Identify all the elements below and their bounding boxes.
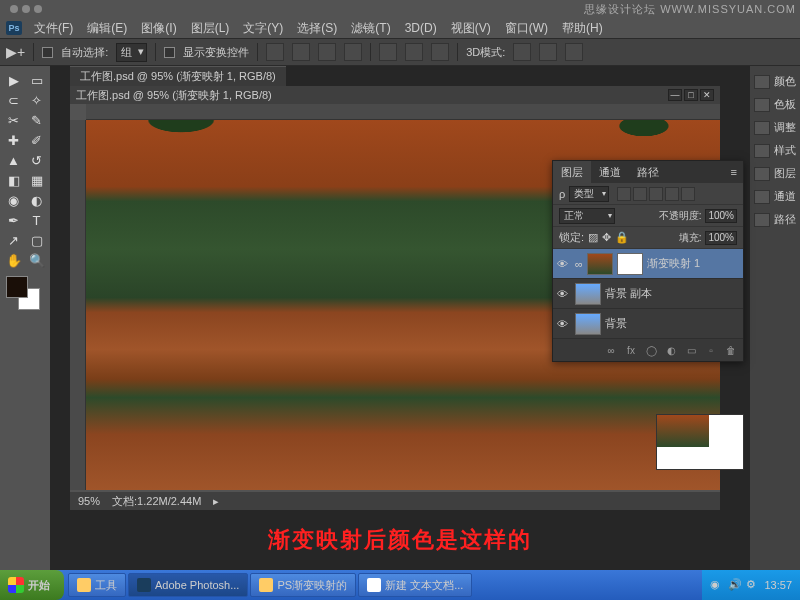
3d-icon[interactable] — [565, 43, 583, 61]
layer-row[interactable]: 👁 ∞ 渐变映射 1 — [553, 249, 743, 279]
history-brush-tool[interactable]: ↺ — [25, 150, 48, 170]
visibility-icon[interactable]: 👁 — [557, 258, 571, 270]
layer-mask[interactable] — [617, 253, 643, 275]
layer-name[interactable]: 背景 副本 — [605, 286, 652, 301]
blur-tool[interactable]: ◉ — [2, 190, 25, 210]
heal-tool[interactable]: ✚ — [2, 130, 25, 150]
new-layer-icon[interactable]: ▫ — [703, 343, 719, 357]
fill-value[interactable]: 100% — [705, 231, 737, 245]
tab-paths[interactable]: 路径 — [629, 161, 667, 183]
lock-pixels-icon[interactable]: ▨ — [588, 231, 598, 244]
taskbar-item[interactable]: 工具 — [68, 573, 126, 597]
tray-icon[interactable]: ⚙ — [746, 578, 760, 592]
window-controls[interactable] — [10, 5, 42, 13]
3d-icon[interactable] — [513, 43, 531, 61]
panel-layers[interactable]: 图层 — [752, 162, 798, 185]
auto-select-dropdown[interactable]: 组 — [116, 43, 147, 62]
path-tool[interactable]: ↗ — [2, 230, 25, 250]
color-swatch[interactable] — [6, 276, 40, 310]
filter-kind-dropdown[interactable]: 类型 — [569, 186, 609, 202]
menu-type[interactable]: 文字(Y) — [237, 18, 289, 39]
gradient-tool[interactable]: ▦ — [25, 170, 48, 190]
link-layers-icon[interactable]: ∞ — [603, 343, 619, 357]
filter-adjust-icon[interactable] — [633, 187, 647, 201]
align-icon[interactable] — [266, 43, 284, 61]
panel-adjustments[interactable]: 调整 — [752, 116, 798, 139]
menu-edit[interactable]: 编辑(E) — [81, 18, 133, 39]
start-button[interactable]: 开始 — [0, 570, 64, 600]
auto-select-checkbox[interactable] — [42, 47, 53, 58]
group-icon[interactable]: ▭ — [683, 343, 699, 357]
status-arrow-icon[interactable]: ▸ — [213, 495, 219, 508]
3d-icon[interactable] — [539, 43, 557, 61]
dodge-tool[interactable]: ◐ — [25, 190, 48, 210]
taskbar-item[interactable]: Adobe Photosh... — [128, 573, 248, 597]
blend-mode-dropdown[interactable]: 正常 — [559, 208, 615, 224]
marquee-tool[interactable]: ▭ — [25, 70, 48, 90]
visibility-icon[interactable]: 👁 — [557, 318, 571, 330]
taskbar-item[interactable]: 新建 文本文档... — [358, 573, 472, 597]
menu-file[interactable]: 文件(F) — [28, 18, 79, 39]
menu-image[interactable]: 图像(I) — [135, 18, 182, 39]
hand-tool[interactable]: ✋ — [2, 250, 25, 270]
wand-tool[interactable]: ✧ — [25, 90, 48, 110]
minimize-icon[interactable]: — — [668, 89, 682, 101]
distribute-icon[interactable] — [431, 43, 449, 61]
menu-filter[interactable]: 滤镜(T) — [345, 18, 396, 39]
filter-pixel-icon[interactable] — [617, 187, 631, 201]
eraser-tool[interactable]: ◧ — [2, 170, 25, 190]
panel-swatches[interactable]: 色板 — [752, 93, 798, 116]
lock-position-icon[interactable]: ✥ — [602, 231, 611, 244]
document-tab[interactable]: 工作图.psd @ 95% (渐变映射 1, RGB/8) — [70, 66, 286, 86]
shape-tool[interactable]: ▢ — [25, 230, 48, 250]
distribute-icon[interactable] — [379, 43, 397, 61]
filter-shape-icon[interactable] — [665, 187, 679, 201]
panel-paths[interactable]: 路径 — [752, 208, 798, 231]
stamp-tool[interactable]: ▲ — [2, 150, 25, 170]
mask-icon[interactable]: ◯ — [643, 343, 659, 357]
show-transform-checkbox[interactable] — [164, 47, 175, 58]
panel-styles[interactable]: 样式 — [752, 139, 798, 162]
menu-view[interactable]: 视图(V) — [445, 18, 497, 39]
eyedropper-tool[interactable]: ✎ — [25, 110, 48, 130]
lasso-tool[interactable]: ⊂ — [2, 90, 25, 110]
layer-thumb[interactable] — [575, 313, 601, 335]
menu-3d[interactable]: 3D(D) — [399, 19, 443, 37]
clock[interactable]: 13:57 — [764, 579, 792, 591]
filter-kind-icon[interactable]: ρ — [559, 188, 565, 200]
fx-icon[interactable]: fx — [623, 343, 639, 357]
zoom-level[interactable]: 95% — [78, 495, 100, 507]
panel-channels[interactable]: 通道 — [752, 185, 798, 208]
lock-all-icon[interactable]: 🔒 — [615, 231, 629, 244]
align-icon[interactable] — [318, 43, 336, 61]
adjustment-icon[interactable]: ◐ — [663, 343, 679, 357]
panel-color[interactable]: 颜色 — [752, 70, 798, 93]
layer-name[interactable]: 背景 — [605, 316, 627, 331]
crop-tool[interactable]: ✂ — [2, 110, 25, 130]
layer-name[interactable]: 渐变映射 1 — [647, 256, 700, 271]
tab-channels[interactable]: 通道 — [591, 161, 629, 183]
close-icon[interactable]: ✕ — [700, 89, 714, 101]
filter-smart-icon[interactable] — [681, 187, 695, 201]
tray-icon[interactable]: ◉ — [710, 578, 724, 592]
panel-menu-icon[interactable]: ≡ — [725, 166, 743, 178]
pen-tool[interactable]: ✒ — [2, 210, 25, 230]
taskbar-item[interactable]: PS渐变映射的 — [250, 573, 356, 597]
menu-layer[interactable]: 图层(L) — [185, 18, 236, 39]
maximize-icon[interactable]: □ — [684, 89, 698, 101]
align-icon[interactable] — [344, 43, 362, 61]
layer-thumb[interactable] — [575, 283, 601, 305]
delete-icon[interactable]: 🗑 — [723, 343, 739, 357]
foreground-color[interactable] — [6, 276, 28, 298]
opacity-value[interactable]: 100% — [705, 209, 737, 223]
type-tool[interactable]: T — [25, 210, 48, 230]
menu-window[interactable]: 窗口(W) — [499, 18, 554, 39]
link-icon[interactable]: ∞ — [575, 258, 583, 270]
tray-icon[interactable]: 🔊 — [728, 578, 742, 592]
menu-select[interactable]: 选择(S) — [291, 18, 343, 39]
tab-layers[interactable]: 图层 — [553, 161, 591, 183]
system-tray[interactable]: ◉ 🔊 ⚙ 13:57 — [702, 570, 800, 600]
move-tool[interactable]: ▶ — [2, 70, 25, 90]
filter-type-icon[interactable] — [649, 187, 663, 201]
layer-row[interactable]: 👁 背景 — [553, 309, 743, 339]
